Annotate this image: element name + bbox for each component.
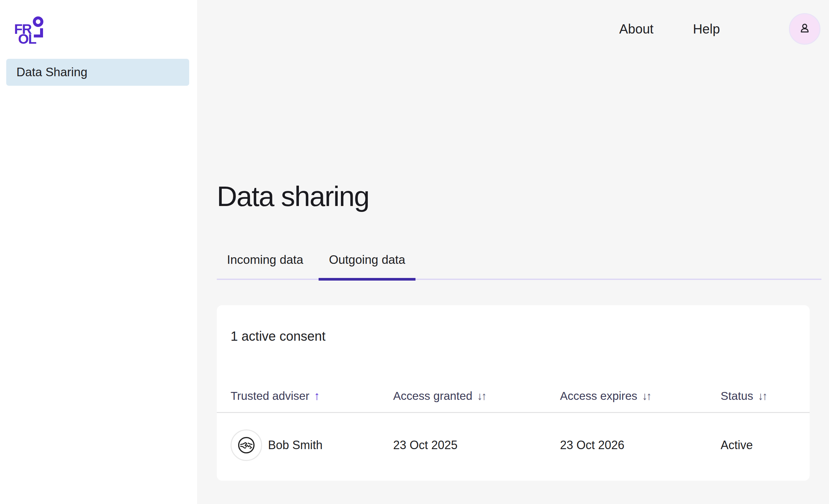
person-icon: [796, 21, 813, 37]
main-area: About Help Data sharing Incoming data Ou…: [197, 0, 829, 504]
tab-label: Incoming data: [227, 253, 303, 266]
sidebar-item-data-sharing[interactable]: Data Sharing: [6, 59, 189, 86]
adviser-avatar: [230, 429, 262, 461]
column-header-status[interactable]: Status ↓↑: [721, 389, 796, 403]
trusted-adviser-cell: Bob Smith: [230, 429, 393, 461]
column-label: Trusted adviser: [230, 389, 310, 402]
sidebar: FR OL Data Sharing: [0, 0, 197, 504]
column-label: Access expires: [560, 389, 637, 402]
access-granted-cell: 23 Oct 2025: [393, 438, 560, 452]
page-title: Data sharing: [217, 180, 369, 213]
sort-toggle-icon: ↓↑: [642, 390, 650, 402]
table-header-row: Trusted adviser ↑ Access granted ↓↑ Acce…: [217, 389, 809, 403]
column-header-access-granted[interactable]: Access granted ↓↑: [393, 389, 560, 403]
tab-outgoing-data[interactable]: Outgoing data: [319, 253, 415, 279]
logo-letter-o-shape: [33, 16, 43, 27]
handshake-icon: [235, 433, 258, 457]
column-label: Status: [721, 389, 753, 402]
table-row[interactable]: Bob Smith 23 Oct 2025 23 Oct 2026 Active: [217, 413, 809, 461]
top-navigation: About Help: [619, 13, 821, 45]
column-header-access-expires[interactable]: Access expires ↓↑: [560, 389, 721, 403]
active-consent-count: 1 active consent: [230, 329, 796, 344]
sidebar-item-label: Data Sharing: [16, 65, 87, 79]
frollo-logo[interactable]: FR OL: [14, 15, 44, 45]
about-link[interactable]: About: [619, 22, 654, 36]
tab-incoming-data[interactable]: Incoming data: [217, 253, 313, 279]
tab-bar: Incoming data Outgoing data: [217, 253, 822, 280]
user-avatar-button[interactable]: [789, 13, 821, 45]
sort-toggle-icon: ↓↑: [758, 390, 766, 402]
column-header-trusted-adviser[interactable]: Trusted adviser ↑: [230, 389, 393, 403]
consents-card: 1 active consent Trusted adviser ↑ Acces…: [217, 305, 809, 481]
access-expires-cell: 23 Oct 2026: [560, 438, 721, 452]
column-label: Access granted: [393, 389, 472, 402]
tab-label: Outgoing data: [329, 253, 405, 266]
status-cell: Active: [721, 438, 796, 452]
sort-toggle-icon: ↓↑: [477, 390, 485, 402]
help-link[interactable]: Help: [693, 22, 720, 36]
logo-text-ol: OL: [18, 32, 36, 46]
sort-ascending-icon: ↑: [314, 389, 320, 403]
adviser-name: Bob Smith: [268, 438, 323, 452]
